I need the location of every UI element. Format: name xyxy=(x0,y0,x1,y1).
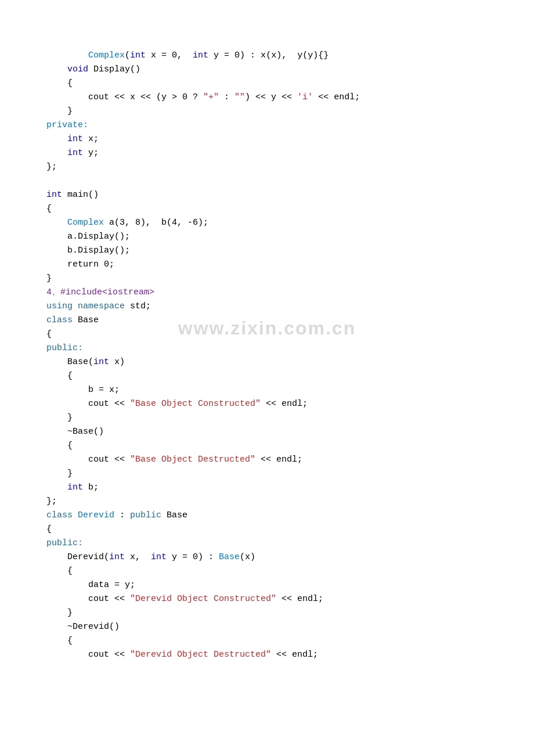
line-25: b = x; xyxy=(46,385,120,395)
line-6: private: xyxy=(46,120,88,130)
line-7: int x; xyxy=(46,134,99,144)
line-9: }; xyxy=(46,162,57,172)
line-8: int y; xyxy=(46,148,99,158)
line-3: { xyxy=(46,78,73,88)
line-26: cout << "Base Object Constructed" << end… xyxy=(46,399,308,409)
line-17: } xyxy=(46,273,52,283)
line-35: { xyxy=(46,524,52,534)
line-16: return 0; xyxy=(46,260,114,269)
line-19: using namespace std; xyxy=(46,301,151,311)
line-23: Base(int x) xyxy=(46,357,125,367)
line-42: ~Derevid() xyxy=(46,622,120,632)
line-13: Complex a(3, 8), b(4, -6); xyxy=(46,218,208,228)
line-34: class Derevid : public Base xyxy=(46,510,187,520)
line-22: public: xyxy=(46,343,83,353)
line-33: }; xyxy=(46,496,57,506)
line-31: } xyxy=(46,469,73,478)
line-4: cout << x << (y > 0 ? "+" : "") << y << … xyxy=(46,92,360,102)
line-38: { xyxy=(46,566,73,576)
line-40: cout << "Derevid Object Constructed" << … xyxy=(46,594,323,604)
line-27: } xyxy=(46,413,73,423)
line-39: data = y; xyxy=(46,580,135,590)
line-24: { xyxy=(46,371,73,381)
line-30: cout << "Base Object Destructed" << endl… xyxy=(46,455,302,465)
line-32: int b; xyxy=(46,483,99,492)
line-5: } xyxy=(46,106,73,116)
line-1: Complex(int x = 0, int y = 0) : x(x), y(… xyxy=(67,51,329,60)
line-14: a.Display(); xyxy=(46,232,130,242)
line-18: 4、#include<iostream> xyxy=(46,287,154,297)
line-15: b.Display(); xyxy=(46,246,130,255)
line-2: void Display() xyxy=(46,64,140,74)
line-44: cout << "Derevid Object Destructed" << e… xyxy=(46,650,318,660)
line-41: } xyxy=(46,608,73,618)
line-11: int main() xyxy=(46,190,99,200)
line-43: { xyxy=(46,636,73,646)
line-10 xyxy=(46,176,52,186)
line-12: { xyxy=(46,204,52,214)
line-36: public: xyxy=(46,538,83,548)
line-37: Derevid(int x, int y = 0) : Base(x) xyxy=(46,552,255,562)
code-page: www.zixin.com.cn Complex(int x = 0, int … xyxy=(46,35,488,676)
line-29: { xyxy=(46,441,73,451)
line-28: ~Base() xyxy=(46,427,104,437)
line-20: class Base xyxy=(46,315,99,325)
line-21: { xyxy=(46,329,52,339)
code-content: Complex(int x = 0, int y = 0) : x(x), y(… xyxy=(46,35,488,676)
